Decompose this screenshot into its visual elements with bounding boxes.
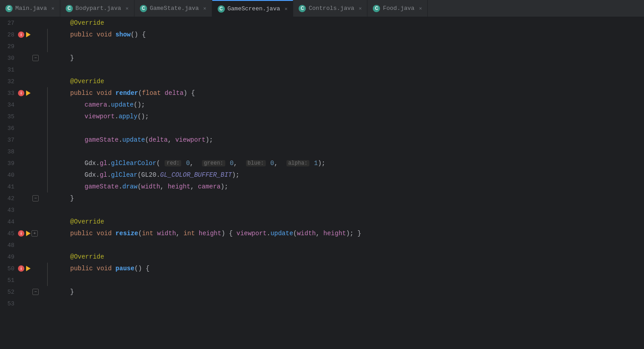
num-0b: 0 <box>230 160 233 167</box>
breakpoint-45[interactable]: i <box>18 230 24 237</box>
gutter: 27 28 i − 29 30 − <box>0 17 63 349</box>
num-0a: 0 <box>186 160 190 167</box>
line-num-28: 28 <box>0 31 18 38</box>
fold-42[interactable]: − <box>32 195 39 201</box>
breakpoint-28[interactable]: i <box>18 31 24 38</box>
method-update-37: update <box>122 136 145 143</box>
gutter-row-30: 30 − <box>0 52 63 64</box>
method-draw: draw <box>122 183 138 190</box>
gutter-icons-42: − <box>18 195 45 201</box>
prop-gl-40: gl <box>100 171 107 179</box>
fold-30[interactable]: − <box>32 55 39 61</box>
param-camera-41: camera <box>198 183 220 190</box>
space-45b <box>195 230 198 237</box>
gutter-row-42: 42 − <box>0 192 63 204</box>
tab-gamestate-java[interactable]: C GameState.java ✕ <box>134 0 212 17</box>
method-update-34: update <box>111 101 134 108</box>
fold-line-33 <box>47 87 48 99</box>
param-viewport-37: viewport <box>175 136 206 143</box>
brace-42: } <box>70 195 74 202</box>
editor: 27 28 i − 29 30 − <box>0 17 644 349</box>
gutter-row-33: 33 i − <box>0 87 63 99</box>
code-line-45: public void resize(int width, int height… <box>63 228 644 239</box>
tab-controls-java[interactable]: C Controls.java ✕ <box>293 0 367 17</box>
gutter-row-29: 29 <box>0 40 63 52</box>
tab-bodypart-java[interactable]: C Bodypart.java ✕ <box>60 0 134 17</box>
tab-close-gamescreen[interactable]: ✕ <box>285 6 288 12</box>
gutter-row-52: 52 − <box>0 286 63 298</box>
gutter-row-50: 50 i <box>0 263 63 274</box>
line-num-35: 35 <box>0 113 18 120</box>
code-line-48 <box>63 239 644 251</box>
tab-food-java[interactable]: C Food.java ✕ <box>367 0 428 17</box>
dot-35: . <box>115 113 118 120</box>
gutter-row-28: 28 i − <box>0 29 63 40</box>
tab-main-java[interactable]: C Main.java ✕ <box>0 0 60 17</box>
line-num-43: 43 <box>0 207 18 214</box>
tab-close-bodypart[interactable]: ✕ <box>125 5 129 11</box>
tab-close-gamestate[interactable]: ✕ <box>203 5 206 11</box>
annotation-override-44: @Override <box>70 218 104 225</box>
tab-gamescreen-java[interactable]: C GameScreen.java ✕ <box>212 0 294 17</box>
paren-45c: ( <box>293 230 297 237</box>
dot-39a: . <box>96 160 99 167</box>
param-delta-37: delta <box>149 136 168 143</box>
num-0c: 0 <box>270 160 274 167</box>
gutter-row-36: 36 <box>0 122 63 134</box>
code-line-38 <box>63 146 644 157</box>
gutter-row-49: 49 <box>0 251 63 263</box>
tab-icon-controls: C <box>299 5 306 12</box>
gutter-row-43: 43 <box>0 204 63 216</box>
tab-icon-main: C <box>5 5 13 12</box>
hint-blue: blue: <box>246 160 266 166</box>
fold-line-37 <box>47 134 48 146</box>
fold-line-40 <box>47 169 48 181</box>
breakpoint-33[interactable]: i <box>18 90 24 96</box>
breakpoint-50[interactable]: i <box>18 265 24 272</box>
fold-45[interactable]: + <box>31 230 38 237</box>
code-line-51 <box>63 274 644 286</box>
dot-40c: . <box>157 171 160 179</box>
gutter-row-53: 53 <box>0 298 63 309</box>
line-num-39: 39 <box>0 160 18 167</box>
code-line-30: } <box>63 52 644 64</box>
space-33 <box>161 89 165 97</box>
fold-52[interactable]: − <box>32 289 39 295</box>
comma-39a: , <box>190 160 201 167</box>
fold-line-50 <box>47 263 48 274</box>
code-line-34: camera.update(); <box>63 99 644 111</box>
paren-33: ( <box>138 89 142 97</box>
num-1: 1 <box>314 160 318 167</box>
annotation-override-49: @Override <box>70 253 104 260</box>
dot-40a: . <box>96 171 99 179</box>
kw-public-45: public <box>70 230 97 237</box>
line-num-29: 29 <box>0 43 18 50</box>
code-area[interactable]: @Override public void show() { } @Overri… <box>63 17 644 349</box>
line-num-37: 37 <box>0 137 18 143</box>
code-line-44: @Override <box>63 216 644 228</box>
call-35: (); <box>138 113 149 120</box>
gutter-icons-45: i + <box>18 230 45 237</box>
kw-int-45b: int <box>183 230 195 237</box>
param-height-41: height <box>168 183 190 190</box>
gutter-row-38: 38 <box>0 146 63 157</box>
tab-icon-bodypart: C <box>66 5 73 12</box>
comma-41: , <box>160 183 168 190</box>
gutter-row-45: 45 i + <box>0 228 63 239</box>
code-line-39: Gdx.gl.glClearColor( red: 0, green: 0, b… <box>63 157 644 169</box>
tab-close-food[interactable]: ✕ <box>419 5 422 11</box>
punct-28: () { <box>130 31 146 38</box>
obj-gdx-39: Gdx <box>85 160 96 167</box>
code-line-52: } <box>63 286 644 298</box>
tab-close-controls[interactable]: ✕ <box>359 5 362 11</box>
space-39a <box>182 160 186 167</box>
paren-50: () { <box>134 265 150 272</box>
fn-render: render <box>116 89 138 97</box>
gutter-icons-50: i <box>18 265 45 272</box>
tab-close-main[interactable]: ✕ <box>51 5 54 11</box>
fold-line-34 <box>47 99 48 111</box>
comma-45b: , <box>316 230 323 237</box>
obj-gamestate-37: gameState <box>85 136 119 143</box>
brace-30: } <box>70 54 74 62</box>
dot-39b: . <box>107 160 111 167</box>
